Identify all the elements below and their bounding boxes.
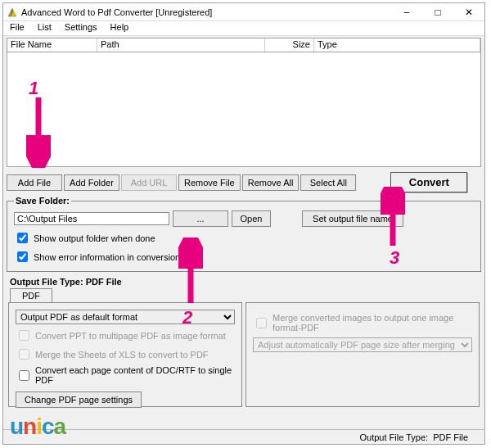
status-bar: Output File Type: PDF File <box>3 429 484 444</box>
opt-doc-rtf[interactable]: Convert each page content of DOC/RTF to … <box>16 365 235 385</box>
right-panel: Merge converted images to output one ima… <box>246 302 480 407</box>
col-size[interactable]: Size <box>265 38 314 52</box>
app-window: Advanced Word to Pdf Converter [Unregist… <box>2 2 485 445</box>
add-url-button: Add URL <box>121 174 177 191</box>
column-headers: File Name Path Size Type <box>7 38 481 52</box>
menu-help[interactable]: Help <box>104 21 136 35</box>
browse-button[interactable]: ... <box>173 210 228 227</box>
window-title: Advanced Word to Pdf Converter [Unregist… <box>21 7 391 17</box>
save-path-input[interactable] <box>14 212 169 225</box>
save-folder-legend: Save Folder: <box>14 196 71 206</box>
toolbar-row: Add File Add Folder Add URL Remove File … <box>7 172 481 192</box>
col-filename[interactable]: File Name <box>7 38 97 52</box>
tab-pdf[interactable]: PDF <box>10 288 52 302</box>
show-folder-checkbox[interactable]: Show output folder when done <box>14 230 474 246</box>
minimize-button[interactable]: – <box>391 3 422 21</box>
save-folder-group: Save Folder: ... Open Set output file na… <box>7 196 481 272</box>
menu-file[interactable]: File <box>3 21 31 35</box>
opt-merge-xls: Merge the Sheets of XLS to convert to PD… <box>16 346 235 362</box>
menubar: File List Settings Help <box>3 21 484 36</box>
col-type[interactable]: Type <box>314 38 480 52</box>
opt-merge-images: Merge converted images to output one ima… <box>253 313 472 333</box>
convert-button[interactable]: Convert <box>390 172 467 192</box>
left-panel: Output PDF as default format Convert PPT… <box>8 302 242 407</box>
change-page-settings-button[interactable]: Change PDF page settings <box>16 391 142 408</box>
set-output-name-button[interactable]: Set output file name <box>302 210 403 227</box>
remove-all-button[interactable]: Remove All <box>242 174 300 191</box>
menu-list[interactable]: List <box>31 21 58 35</box>
status-label: Output File Type: <box>360 432 429 442</box>
add-folder-button[interactable]: Add Folder <box>64 174 119 191</box>
close-button[interactable]: ✕ <box>453 3 484 21</box>
page-size-select: Adjust automatically PDF page size after… <box>253 337 472 352</box>
add-file-button[interactable]: Add File <box>7 174 62 191</box>
output-type-title: Output File Type: PDF File <box>10 277 478 287</box>
file-list[interactable] <box>7 52 481 167</box>
watermark: unica <box>10 414 65 440</box>
select-all-button[interactable]: Select All <box>300 174 356 191</box>
opt-ppt: Convert PPT to multipage PDF as image fo… <box>16 328 235 343</box>
maximize-button[interactable]: □ <box>422 3 453 21</box>
tab-bar: PDF <box>10 288 478 302</box>
open-button[interactable]: Open <box>232 210 271 227</box>
col-path[interactable]: Path <box>97 38 265 52</box>
menu-settings[interactable]: Settings <box>58 21 104 35</box>
remove-file-button[interactable]: Remove File <box>178 174 241 191</box>
app-icon <box>7 7 18 18</box>
output-format-select[interactable]: Output PDF as default format <box>16 310 235 324</box>
show-error-checkbox[interactable]: Show error information in conversion <box>14 249 474 265</box>
titlebar: Advanced Word to Pdf Converter [Unregist… <box>3 3 484 21</box>
status-value: PDF File <box>433 432 468 442</box>
